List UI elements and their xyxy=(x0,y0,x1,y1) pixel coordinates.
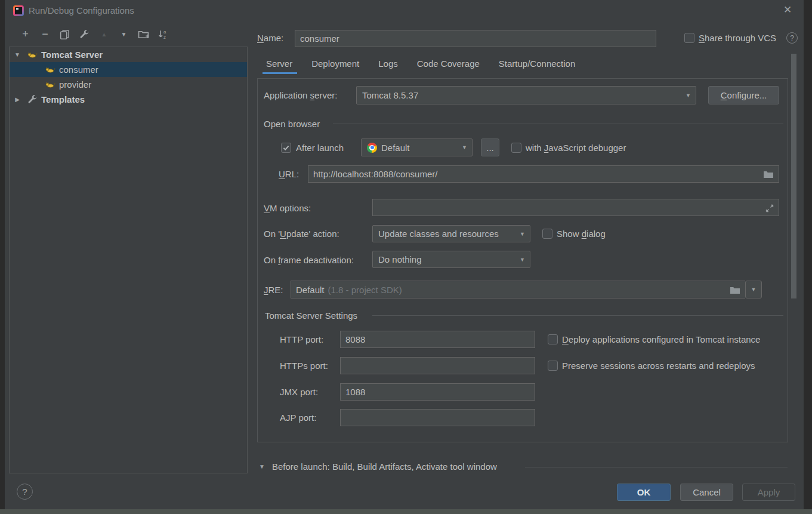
https-port-input[interactable] xyxy=(340,357,535,374)
configure-button[interactable]: Configure... xyxy=(708,86,779,104)
browser-select[interactable]: Default ▼ xyxy=(361,138,473,156)
jre-dropdown-button[interactable]: ▼ xyxy=(745,281,762,298)
http-port-label: HTTP port: xyxy=(280,334,323,346)
help-button[interactable]: ? xyxy=(17,484,33,500)
after-launch-checkbox[interactable] xyxy=(281,143,291,153)
name-label: Name: xyxy=(257,32,283,44)
create-folder-button[interactable] xyxy=(137,28,150,41)
tab-bar: Server Deployment Logs Code Coverage Sta… xyxy=(266,59,575,69)
preserve-sessions-label: Preserve sessions across restarts and re… xyxy=(562,360,755,372)
sort-configurations-button[interactable]: az xyxy=(157,28,169,41)
expand-icon[interactable] xyxy=(765,204,774,213)
jre-combo[interactable]: Default (1.8 - project SDK) xyxy=(291,281,745,298)
url-label: URL: xyxy=(279,168,299,180)
section-divider xyxy=(525,467,788,467)
application-server-label: Application server: xyxy=(264,90,337,101)
configurations-toolbar: + − ▲ ▼ az xyxy=(19,28,169,41)
edit-templates-button[interactable] xyxy=(78,28,91,41)
add-configuration-button[interactable]: + xyxy=(19,28,32,41)
js-debugger-checkbox[interactable] xyxy=(511,143,521,153)
selected-tab-indicator xyxy=(263,72,297,74)
run-debug-configurations-dialog: Run/Debug Configurations ✕ + − ▲ ▼ az ▼ … xyxy=(5,0,804,509)
help-icon[interactable]: ? xyxy=(786,32,798,44)
folder-icon[interactable] xyxy=(730,287,740,294)
before-launch-label: Before launch: Build, Build Artifacts, A… xyxy=(272,461,497,473)
show-dialog-label: Show dialog xyxy=(557,228,606,240)
checkmark-icon xyxy=(282,144,290,152)
cancel-button[interactable]: Cancel xyxy=(680,484,733,501)
chevron-down-icon: ▼ xyxy=(520,257,525,263)
expander-closed-icon[interactable]: ▶ xyxy=(13,96,21,103)
expander-open-icon[interactable]: ▼ xyxy=(13,51,21,58)
copy-configuration-button[interactable] xyxy=(58,28,71,41)
jmx-port-input[interactable] xyxy=(340,383,535,401)
deploy-applications-label: Deploy applications configured in Tomcat… xyxy=(562,334,760,346)
chevron-down-icon: ▼ xyxy=(462,144,467,150)
chevron-down-icon: ▼ xyxy=(686,93,691,99)
tomcat-settings-section-label: Tomcat Server Settings xyxy=(265,310,357,322)
open-browser-section-label: Open browser xyxy=(264,118,320,130)
jre-label: JRE: xyxy=(264,284,283,296)
remove-configuration-button[interactable]: − xyxy=(39,28,51,41)
section-divider xyxy=(372,315,783,316)
deploy-applications-checkbox[interactable] xyxy=(548,334,558,344)
update-action-label: On 'Update' action: xyxy=(264,228,339,240)
tree-item-label: Tomcat Server xyxy=(41,50,103,60)
tree-item-label: provider xyxy=(59,79,91,90)
tab-server[interactable]: Server xyxy=(266,59,292,69)
tab-code-coverage[interactable]: Code Coverage xyxy=(417,59,480,69)
svg-text:z: z xyxy=(163,35,166,39)
url-input[interactable]: http://localhost:8088/consumer/ xyxy=(308,165,779,183)
tree-item-provider[interactable]: provider xyxy=(10,77,247,92)
tab-deployment[interactable]: Deployment xyxy=(311,59,359,69)
show-dialog-checkbox[interactable] xyxy=(542,229,552,239)
chrome-browser-icon xyxy=(367,143,377,153)
move-up-button[interactable]: ▲ xyxy=(98,28,110,41)
tab-startup-connection[interactable]: Startup/Connection xyxy=(499,59,575,69)
frame-deactivation-select[interactable]: Do nothing ▼ xyxy=(372,251,530,268)
close-icon[interactable]: ✕ xyxy=(783,4,792,16)
new-folder-icon xyxy=(138,29,149,39)
application-server-select[interactable]: Tomcat 8.5.37 ▼ xyxy=(356,86,696,104)
tomcat-icon xyxy=(45,64,55,75)
vm-options-label: VM options: xyxy=(264,202,311,214)
desktop-background-strip xyxy=(0,509,812,514)
copy-icon xyxy=(60,29,70,40)
ok-button[interactable]: OK xyxy=(617,484,671,501)
update-action-select[interactable]: Update classes and resources ▼ xyxy=(372,225,530,242)
apply-button[interactable]: Apply xyxy=(742,484,795,501)
tree-item-tomcat-server[interactable]: ▼ Tomcat Server xyxy=(10,47,247,62)
tree-item-consumer[interactable]: consumer xyxy=(10,62,247,77)
intellij-logo xyxy=(13,5,24,16)
https-port-label: HTTPs port: xyxy=(280,360,328,372)
minus-icon: − xyxy=(42,28,48,41)
http-port-input[interactable] xyxy=(340,331,535,348)
share-vcs-label: Share through VCS xyxy=(699,32,776,44)
arrow-down-icon: ▼ xyxy=(121,31,127,38)
section-divider xyxy=(333,124,783,124)
vertical-scrollbar-thumb[interactable] xyxy=(791,54,796,298)
sort-az-icon: az xyxy=(158,29,169,39)
tab-logs[interactable]: Logs xyxy=(378,59,398,69)
before-launch-expander-icon[interactable]: ▼ xyxy=(259,463,265,470)
wrench-icon xyxy=(79,29,89,39)
move-down-button[interactable]: ▼ xyxy=(118,28,130,41)
ajp-port-input[interactable] xyxy=(340,409,535,426)
server-tab-panel: Application server: Tomcat 8.5.37 ▼ Conf… xyxy=(257,78,788,442)
folder-icon[interactable] xyxy=(763,171,774,178)
tree-item-templates[interactable]: ▶ Templates xyxy=(10,92,247,107)
tree-item-label: consumer xyxy=(59,64,98,75)
tomcat-icon xyxy=(27,50,38,60)
preserve-sessions-checkbox[interactable] xyxy=(548,361,558,371)
tree-item-label: Templates xyxy=(41,94,85,104)
share-vcs-checkbox[interactable] xyxy=(684,33,694,43)
configurations-tree: ▼ Tomcat Server consumer provider ▶ Temp… xyxy=(9,47,248,473)
browse-browsers-button[interactable]: ... xyxy=(481,138,499,156)
chevron-down-icon: ▼ xyxy=(751,287,757,293)
name-input[interactable] xyxy=(295,30,656,47)
arrow-up-icon: ▲ xyxy=(101,31,107,38)
vm-options-input[interactable] xyxy=(372,199,779,216)
chevron-down-icon: ▼ xyxy=(520,231,525,237)
tomcat-icon xyxy=(45,79,55,90)
js-debugger-label: with JavaScript debugger xyxy=(526,142,626,154)
